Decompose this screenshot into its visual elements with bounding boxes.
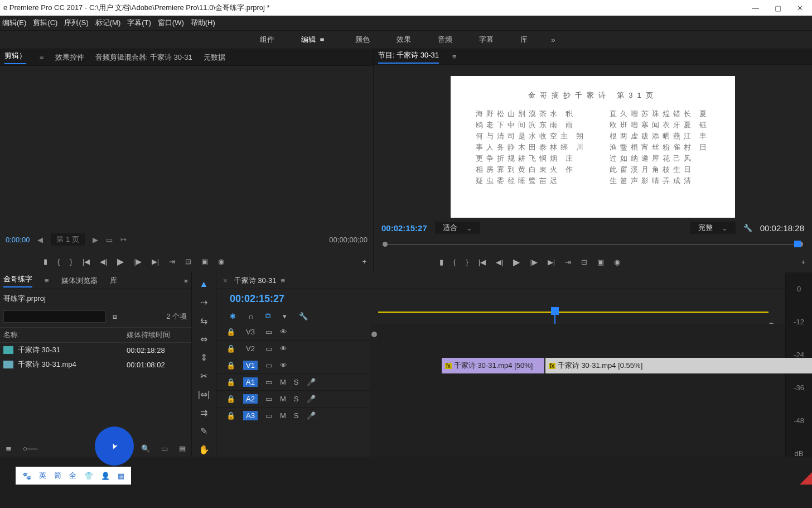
- extract-icon[interactable]: ⊡: [581, 258, 587, 266]
- hand-tool-icon[interactable]: ✋: [199, 444, 210, 455]
- work-area-start[interactable]: [371, 332, 377, 337]
- clip-v1-a[interactable]: fx千家诗 30-31.mp4 [50%]: [442, 358, 544, 373]
- menu-help[interactable]: 帮助(H): [191, 18, 215, 28]
- project-item-sequence[interactable]: 千家诗 30-31 00:02:18:28: [0, 343, 191, 357]
- snap-icon[interactable]: ✱: [230, 312, 236, 320]
- source-pager[interactable]: 第 1 页: [51, 233, 84, 246]
- loop-icon[interactable]: ↦: [120, 236, 127, 244]
- ime-person-icon[interactable]: 👤: [101, 472, 110, 480]
- program-quality-select[interactable]: 完整: [690, 222, 736, 234]
- button-editor-icon[interactable]: +: [801, 258, 805, 266]
- safe-margin-icon[interactable]: ▭: [106, 236, 113, 244]
- thumb-slider[interactable]: ○──: [23, 444, 37, 453]
- track-v3[interactable]: 🔒V3▭👁: [216, 324, 370, 341]
- ws-effects[interactable]: 效果: [393, 33, 414, 46]
- overwrite-icon[interactable]: ⊡: [185, 257, 191, 266]
- minimize-button[interactable]: —: [752, 4, 759, 12]
- ws-libraries[interactable]: 库: [517, 33, 531, 46]
- ime-bar[interactable]: 🐾 英 简 全 👕 👤 ▦: [16, 467, 131, 485]
- panel-menu-icon[interactable]: ≡: [45, 276, 49, 285]
- goto-out-icon[interactable]: ▶|: [152, 257, 159, 266]
- program-monitor[interactable]: 金哥摘抄千家诗第31页 海野松山别漠茶水 积鸥老下中间滨东雨 雨 何与清司是水收…: [374, 65, 812, 218]
- track-a2[interactable]: 🔒A2▭MS🎤: [216, 391, 370, 408]
- camera-icon[interactable]: ◉: [218, 257, 224, 266]
- search-bin-icon[interactable]: ⧈: [113, 312, 117, 321]
- ime-full[interactable]: 全: [69, 471, 76, 481]
- new-bin-icon[interactable]: ▭: [161, 444, 168, 453]
- button-editor-icon[interactable]: +: [362, 257, 366, 266]
- ws-audio[interactable]: 音频: [434, 33, 456, 46]
- menu-clip[interactable]: 剪辑(C): [33, 18, 57, 28]
- track-a3[interactable]: 🔒A3▭MS🎤: [216, 408, 370, 424]
- track-select-tool-icon[interactable]: ⇢: [200, 297, 207, 308]
- menu-edit[interactable]: 编辑(E): [2, 18, 26, 28]
- timeline-canvas[interactable]: fx千家诗 30-31.mp4 [50%] fx千家诗 30-31.mp4 [0…: [370, 324, 785, 457]
- track-a1[interactable]: 🔒A1▭MS🎤: [216, 374, 370, 391]
- timeline-tc[interactable]: 00:02:15:27: [230, 293, 284, 305]
- camera-icon[interactable]: ◉: [614, 258, 620, 266]
- ime-shirt-icon[interactable]: 👕: [84, 472, 93, 480]
- tab-program[interactable]: 节目: 千家诗 30-31: [378, 50, 439, 64]
- panel-menu-icon[interactable]: ≡: [281, 276, 285, 285]
- razor-tool-icon[interactable]: ✂: [200, 371, 207, 381]
- clip-v1-b[interactable]: fx千家诗 30-31.mp4 [0.55%]: [545, 358, 812, 373]
- program-fit-select[interactable]: 适合: [435, 222, 480, 234]
- close-sequence-icon[interactable]: ×: [223, 276, 228, 285]
- goto-in-icon[interactable]: |◀: [83, 257, 90, 266]
- step-back-icon[interactable]: ◀|: [496, 258, 503, 266]
- timeline-ruler[interactable]: [378, 311, 768, 313]
- in-point-icon[interactable]: {: [57, 257, 60, 266]
- maximize-button[interactable]: ▢: [775, 4, 781, 12]
- timeline-sequence-tab[interactable]: 千家诗 30-31: [234, 276, 277, 286]
- menu-window[interactable]: 窗口(W): [158, 18, 184, 28]
- marker-add-icon[interactable]: ▾: [283, 312, 287, 320]
- pager-next-icon[interactable]: ▶: [93, 236, 98, 244]
- playhead-icon[interactable]: [794, 241, 801, 247]
- source-tc-right[interactable]: 00;00;00;00: [329, 236, 368, 244]
- step-fwd-icon[interactable]: |▶: [530, 258, 537, 266]
- project-list[interactable]: 千家诗 30-31 00:02:18:28 千家诗 30-31.mp4 00:0…: [0, 343, 191, 440]
- search-icon[interactable]: 🔍: [141, 444, 150, 453]
- ime-simp[interactable]: 简: [54, 471, 61, 481]
- panel-menu-icon[interactable]: ≡: [452, 52, 457, 61]
- slip-tool-icon[interactable]: |⇔|: [198, 389, 210, 400]
- track-v1[interactable]: 🔒V1▭👁: [216, 357, 370, 374]
- export-frame-icon[interactable]: ▣: [597, 258, 604, 266]
- program-tc-right[interactable]: 00:02:18:28: [760, 223, 804, 233]
- step-back-icon[interactable]: ◀|: [100, 257, 107, 266]
- close-button[interactable]: ✕: [797, 4, 803, 12]
- tab-libraries[interactable]: 库: [110, 276, 117, 286]
- source-tc-left[interactable]: 0;00;00: [6, 236, 30, 244]
- resize-grip-icon[interactable]: [800, 472, 812, 485]
- pen-tool-icon[interactable]: ✎: [200, 426, 207, 437]
- rate-stretch-tool-icon[interactable]: ⇕: [200, 352, 207, 363]
- play-icon[interactable]: ▶: [117, 256, 124, 267]
- insert-icon[interactable]: ⇥: [169, 257, 175, 266]
- project-search-input[interactable]: [3, 310, 106, 323]
- selection-tool-icon[interactable]: ▲: [200, 279, 209, 289]
- tab-audio-clip-mixer[interactable]: 音频剪辑混合器: 千家诗 30-31: [95, 52, 192, 63]
- in-point-icon[interactable]: {: [453, 258, 456, 266]
- ripple-edit-tool-icon[interactable]: ⇆: [200, 315, 207, 326]
- tab-source-clip[interactable]: 剪辑）: [4, 51, 26, 64]
- ws-color[interactable]: 颜色: [352, 33, 373, 46]
- play-icon[interactable]: ▶: [513, 257, 520, 267]
- track-v2[interactable]: 🔒V2▭👁: [216, 341, 370, 357]
- step-fwd-icon[interactable]: |▶: [134, 257, 141, 266]
- new-item-icon[interactable]: ▤: [179, 444, 186, 453]
- ime-lang[interactable]: 英: [39, 471, 46, 481]
- col-duration[interactable]: 媒体持续时间: [127, 330, 188, 340]
- marker-icon[interactable]: ▮: [44, 257, 47, 266]
- list-view-icon[interactable]: ≣: [6, 444, 12, 453]
- settings-icon[interactable]: 🔧: [299, 312, 308, 320]
- ws-overflow-icon[interactable]: »: [551, 36, 555, 44]
- ws-editing[interactable]: 编辑 ≡: [298, 33, 332, 46]
- out-point-icon[interactable]: }: [466, 258, 468, 266]
- menu-title[interactable]: 字幕(T): [127, 18, 151, 28]
- program-tc-left[interactable]: 00:02:15:27: [381, 223, 427, 233]
- out-point-icon[interactable]: }: [70, 257, 72, 266]
- tab-media-browser[interactable]: 媒体浏览器: [61, 276, 98, 286]
- ws-assembly[interactable]: 组件: [257, 33, 278, 46]
- source-monitor[interactable]: [0, 66, 373, 229]
- overflow-icon[interactable]: »: [184, 276, 188, 285]
